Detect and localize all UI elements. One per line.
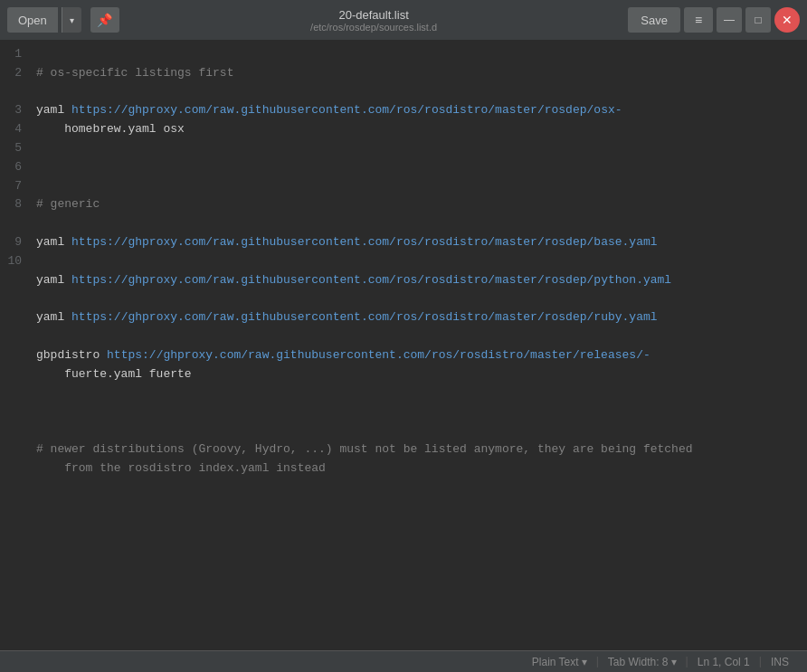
ins-indicator[interactable]: INS: [764, 651, 796, 672]
plain-text-arrow-icon: ▾: [582, 656, 587, 668]
editor-line: yaml https://ghproxy.com/raw.githubuserc…: [36, 101, 800, 139]
maximize-icon: □: [755, 14, 761, 26]
ln-col-label: Ln 1, Col 1: [698, 656, 750, 668]
editor-line: [36, 158, 800, 177]
open-dropdown-button[interactable]: ▾: [62, 7, 81, 33]
plain-text-selector[interactable]: Plain Text ▾: [525, 651, 594, 672]
chevron-down-icon: ▾: [70, 15, 74, 25]
hamburger-icon: ≡: [695, 13, 702, 27]
status-separator: |: [684, 656, 690, 668]
editor-line: # os-specific listings first: [36, 64, 800, 83]
editor-line: # generic: [36, 195, 800, 214]
status-separator: |: [757, 656, 764, 668]
ins-label: INS: [771, 656, 789, 668]
line-number: [7, 214, 22, 233]
titlebar-right: Save ≡ — □ ✕: [628, 7, 800, 33]
editor-content[interactable]: # os-specific listings first yaml https:…: [29, 40, 807, 650]
editor-line: [36, 402, 800, 421]
titlebar: Open ▾ 📌 20-default.list /etc/ros/rosdep…: [0, 0, 807, 40]
close-icon: ✕: [782, 13, 793, 27]
maximize-button[interactable]: □: [745, 7, 771, 33]
editor-line: yaml https://ghproxy.com/raw.githubuserc…: [36, 233, 800, 252]
titlebar-left: Open ▾ 📌: [7, 7, 119, 33]
line-number: 2: [7, 64, 22, 83]
open-button[interactable]: Open: [7, 7, 58, 33]
file-title: 20-default.list: [338, 8, 408, 22]
editor-line: # newer distributions (Groovy, Hydro, ..…: [36, 440, 800, 478]
close-button[interactable]: ✕: [774, 7, 800, 33]
pin-icon: 📌: [97, 13, 112, 27]
status-separator: |: [594, 656, 601, 668]
titlebar-center: 20-default.list /etc/ros/rosdep/sources.…: [119, 8, 629, 33]
pin-button[interactable]: 📌: [90, 7, 119, 33]
line-number: 6: [7, 158, 22, 177]
line-number: 3: [7, 101, 22, 120]
line-number: 10: [7, 252, 22, 271]
plain-text-label: Plain Text: [532, 656, 579, 668]
editor-line: yaml https://ghproxy.com/raw.githubuserc…: [36, 271, 800, 290]
editor-line: yaml https://ghproxy.com/raw.githubuserc…: [36, 308, 800, 327]
line-number: [7, 271, 22, 290]
file-path: /etc/ros/rosdep/sources.list.d: [310, 22, 437, 33]
line-numbers: 1 2 3 4 5 6 7 8 9 10: [0, 40, 29, 650]
line-number: 7: [7, 177, 22, 196]
editor-line: gbpdistro https://ghproxy.com/raw.github…: [36, 346, 800, 384]
statusbar: Plain Text ▾ | Tab Width: 8 ▾ | Ln 1, Co…: [0, 650, 807, 672]
editor-area: 1 2 3 4 5 6 7 8 9 10 # os-specific listi…: [0, 40, 807, 650]
minimize-icon: —: [724, 14, 735, 26]
save-button[interactable]: Save: [628, 7, 680, 33]
line-number: [7, 83, 22, 102]
tab-width-label: Tab Width: 8: [608, 656, 669, 668]
line-number: 5: [7, 139, 22, 158]
line-number: 4: [7, 120, 22, 139]
line-number: 1: [7, 45, 22, 64]
tab-width-selector[interactable]: Tab Width: 8 ▾: [601, 651, 684, 672]
line-number: 8: [7, 195, 22, 214]
line-number: 9: [7, 233, 22, 252]
minimize-button[interactable]: —: [717, 7, 742, 33]
tab-width-arrow-icon: ▾: [671, 656, 677, 668]
ln-col-display[interactable]: Ln 1, Col 1: [690, 651, 757, 672]
menu-button[interactable]: ≡: [684, 7, 713, 33]
